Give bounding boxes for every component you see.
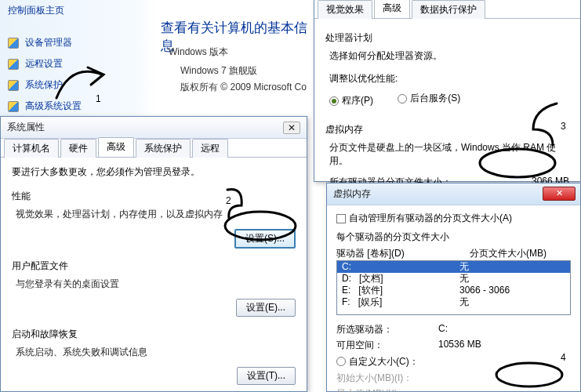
perf-title: 性能 xyxy=(12,190,296,203)
vm-desc: 分页文件是硬盘上的一块区域，Windows 当作 RAM 使用。 xyxy=(329,141,569,168)
auto-manage-checkbox[interactable]: 自动管理所有驱动器的分页文件大小(A) xyxy=(336,212,512,225)
profiles-settings-button[interactable]: 设置(E)... xyxy=(236,299,296,317)
selected-drive: C: xyxy=(438,323,448,336)
admin-note: 要进行大多数更改，您必须作为管理员登录。 xyxy=(12,165,296,179)
tab-hardware[interactable]: 硬件 xyxy=(60,139,96,158)
shield-icon xyxy=(8,80,19,91)
link-system-protection[interactable]: 系统保护 xyxy=(8,78,82,92)
close-icon[interactable]: ✕ xyxy=(283,122,300,134)
dialog-title: 系统属性 ✕ xyxy=(1,117,307,139)
tab-system-protection[interactable]: 系统保护 xyxy=(136,139,191,158)
initial-size-label: 初始大小(MB)(I)： xyxy=(336,372,438,385)
shield-icon xyxy=(8,59,19,70)
tab-advanced[interactable]: 高级 xyxy=(374,0,410,18)
drive-listbox[interactable]: C:无 D: [文档]无 E: [软件]3066 - 3066 F: [娱乐]无 xyxy=(336,260,571,315)
copyright: 版权所有 © 2009 Microsoft Co xyxy=(180,81,307,94)
tab-remote[interactable]: 远程 xyxy=(192,139,228,158)
tabstrip: 视觉效果 高级 数据执行保护 xyxy=(314,0,580,19)
avail-space: 10536 MB xyxy=(438,339,481,352)
tab-visual-effects[interactable]: 视觉效果 xyxy=(318,0,372,19)
link-device-manager[interactable]: 设备管理器 xyxy=(8,36,82,49)
tab-computer-name[interactable]: 计算机名 xyxy=(4,139,59,158)
system-properties-dialog: 系统属性 ✕ 计算机名 硬件 高级 系统保护 远程 要进行大多数更改，您必须作为… xyxy=(0,116,307,392)
drive-col-header: 驱动器 [卷标](D) xyxy=(336,247,470,260)
profiles-desc: 与您登录有关的桌面设置 xyxy=(16,278,296,291)
tabstrip: 计算机名 硬件 高级 系统保护 远程 xyxy=(1,139,307,158)
windows-version-label: Windows 版本 xyxy=(169,45,228,59)
radio-background-services[interactable]: 后台服务(S) xyxy=(398,92,460,105)
vm-title: 虚拟内存 xyxy=(325,123,569,136)
windows-version: Windows 7 旗舰版 xyxy=(180,64,257,78)
scheduler-title: 处理器计划 xyxy=(325,31,569,45)
link-remote-settings[interactable]: 远程设置 xyxy=(8,57,82,71)
drive-row: E: [软件]3066 - 3066 xyxy=(337,285,570,296)
startup-title: 启动和故障恢复 xyxy=(12,328,296,341)
link-advanced-system[interactable]: 高级系统设置 xyxy=(8,100,82,113)
startup-settings-button[interactable]: 设置(T)... xyxy=(237,367,296,385)
max-size-label: 最大值(MB)(X)： xyxy=(336,387,438,393)
profiles-title: 用户配置文件 xyxy=(12,260,296,273)
drive-row: F: [娱乐]无 xyxy=(337,296,570,308)
selected-drive-label: 所选驱动器： xyxy=(336,323,438,336)
dialog-title: 虚拟内存 xyxy=(333,187,371,201)
drive-row: D: [文档]无 xyxy=(337,273,570,285)
drive-row: C:无 xyxy=(337,261,570,273)
radio-programs[interactable]: 程序(P) xyxy=(329,94,373,107)
scheduler-desc: 选择如何分配处理器资源。 xyxy=(329,49,569,63)
close-icon[interactable]: ✕ xyxy=(543,187,576,201)
each-drive-label: 每个驱动器的分页文件大小 xyxy=(336,230,571,244)
tab-advanced[interactable]: 高级 xyxy=(98,137,134,157)
perf-settings-button[interactable]: 设置(S)... xyxy=(234,229,296,249)
shield-icon xyxy=(8,38,19,49)
virtual-memory-dialog: 虚拟内存 ✕ 自动管理所有驱动器的分页文件大小(A) 每个驱动器的分页文件大小 … xyxy=(326,183,581,392)
control-panel-links: 设备管理器 远程设置 系统保护 高级系统设置 xyxy=(8,36,82,121)
size-col-header: 分页文件大小(MB) xyxy=(470,247,547,260)
performance-options-dialog: 视觉效果 高级 数据执行保护 处理器计划 选择如何分配处理器资源。 调整以优化性… xyxy=(314,0,581,182)
tab-dep[interactable]: 数据执行保护 xyxy=(412,0,485,19)
radio-custom-size[interactable]: 自定义大小(C)： xyxy=(336,355,571,368)
shield-icon xyxy=(8,101,19,112)
avail-space-label: 可用空间： xyxy=(336,339,438,352)
perf-desc: 视觉效果，处理器计划，内存使用，以及虚拟内存 xyxy=(16,208,296,221)
startup-desc: 系统启动、系统失败和调试信息 xyxy=(16,346,296,359)
control-panel-home: 控制面板主页 xyxy=(8,4,64,17)
adjust-label: 调整以优化性能: xyxy=(329,72,569,85)
